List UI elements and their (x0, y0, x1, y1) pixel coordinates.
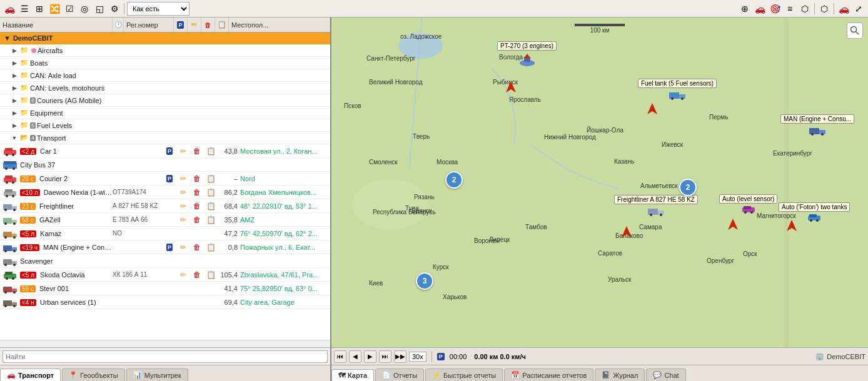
vehicle-row-car1[interactable]: <2 д Car 1 P ✏ 🗑 📋 43,8 Мостовая ул., 2,… (0, 144, 330, 158)
map-area[interactable]: 100 км Санкт-Петербург Вологда Великий Н… (331, 17, 868, 347)
veh-geo-skoda[interactable]: 📋 (204, 270, 218, 279)
veh-del-courier2[interactable]: 🗑 (190, 174, 204, 183)
horizontal-scrollbar[interactable] (0, 340, 330, 347)
veh-geo-daewoo[interactable]: 📋 (204, 188, 218, 197)
map-tool-2[interactable]: 🚗 (753, 2, 767, 16)
mode-select[interactable]: Как есть По времени По событиям (127, 2, 189, 16)
toolbar-icon-6[interactable]: ◎ (78, 2, 91, 16)
group-header[interactable]: ▼ DemoCEBIT (0, 32, 330, 44)
veh-del-daewoo[interactable]: 🗑 (190, 188, 204, 197)
veh-del-car1[interactable]: 🗑 (190, 147, 204, 156)
find-input[interactable] (3, 350, 328, 363)
map-tool-3[interactable]: 🎯 (768, 2, 782, 16)
svg-point-47 (13, 305, 16, 307)
cluster-3[interactable]: 3 (416, 272, 433, 290)
vehicle-row-daewoo[interactable]: <10 л Daewoo Nexia (1-wire... ОТ739А174 … (0, 186, 330, 199)
svg-point-46 (4, 305, 7, 307)
nav-play[interactable]: ▶▶ (394, 350, 406, 363)
toolbar-icon-3[interactable]: ⊞ (33, 2, 46, 16)
cluster-1[interactable]: 2 (445, 171, 463, 189)
veh-loc-courier2: Nord (240, 175, 330, 182)
folder-aircrafts[interactable]: ▶ 📁 Aircrafts (0, 44, 330, 57)
vehicle-row-bus37[interactable]: City Bus 37 (0, 158, 330, 172)
vehicle-row-man[interactable]: <19 ч MAN (Engine + Consu... P ✏ 🗑 📋 0,8… (0, 240, 330, 254)
map-tab-schedule[interactable]: 📅 Расписание отчетов (504, 369, 593, 381)
folder-boats[interactable]: ▶ 📁 Boats (0, 57, 330, 69)
map-tab-sched-icon: 📅 (511, 371, 520, 379)
veh-speed-courier2: – (218, 175, 240, 182)
folder-icon-aircrafts: 📁 (19, 46, 30, 54)
vehicle-name-stevr: 59 с Stevr 001 (20, 285, 113, 292)
nav-next[interactable]: ▶ (364, 350, 376, 363)
tab-geoobjects[interactable]: 📍 Геообъекты (62, 369, 124, 381)
map-tab-chat[interactable]: 💬 Chat (646, 369, 685, 381)
nav-prev[interactable]: ◀ (349, 350, 361, 363)
veh-del-skoda[interactable]: 🗑 (190, 270, 204, 279)
badge-1 (31, 48, 36, 53)
veh-edit-freightliner[interactable]: ✏ (176, 202, 190, 210)
veh-geo-courier2[interactable]: 📋 (204, 174, 218, 183)
tree-area: ▼ DemoCEBIT ▶ 📁 Aircrafts ▶ 📁 Boats ▶ 📁 … (0, 32, 330, 340)
folder-can-axle[interactable]: ▶ 📁 CAN: Axle load (0, 69, 330, 82)
cluster-2[interactable]: 2 (679, 179, 697, 196)
map-tab-quick-reports[interactable]: ⚡ Быстрые отчеты (425, 369, 503, 381)
badge-gazell: 58 с (20, 217, 36, 224)
veh-loc-stevr: 75° 25,82950' вд, 63° 0... (240, 285, 330, 292)
veh-loc-gazell: AMZ (240, 216, 330, 224)
map-tool-8[interactable]: ⤢ (852, 2, 865, 16)
map-search-button[interactable] (847, 22, 863, 39)
folder-transport[interactable]: ▼ 📂 4 Transport (0, 132, 330, 144)
veh-geo-car1[interactable]: 📋 (204, 147, 218, 156)
veh-geo-freightliner[interactable]: 📋 (204, 202, 218, 210)
toolbar-icon-5[interactable]: ☑ (63, 2, 76, 16)
toolbar-icon-4[interactable]: 🔀 (48, 2, 61, 16)
vehicle-row-courier2[interactable]: 26 с Courier 2 P ✏ 🗑 📋 – Nord (0, 172, 330, 186)
nav-last[interactable]: ⏭ (379, 350, 391, 363)
map-tab-map[interactable]: 🗺 Карта (331, 369, 374, 381)
toolbar-icon-2[interactable]: ☰ (18, 2, 31, 16)
toolbar-icon-7[interactable]: ◱ (93, 2, 106, 16)
veh-geo-gazell[interactable]: 📋 (204, 215, 218, 224)
veh-edit-courier2[interactable]: ✏ (176, 174, 190, 183)
map-tool-7[interactable]: 🚗 (837, 2, 850, 16)
veh-del-man[interactable]: 🗑 (190, 243, 204, 252)
folder-icon-fuel: 📁 (19, 121, 30, 129)
veh-edit-car1[interactable]: ✏ (176, 147, 190, 156)
map-tab-reports[interactable]: 📄 Отчеты (375, 369, 424, 381)
map-tool-4[interactable]: ≡ (783, 2, 797, 16)
folder-can-levels[interactable]: ▶ 📁 CAN: Levels, motohours (0, 82, 330, 94)
vehicle-row-stevr[interactable]: 59 с Stevr 001 41,4 75° 25,82950' вд, 63… (0, 282, 330, 295)
toolbar-icon-1[interactable]: 🚗 (3, 2, 16, 16)
playback-speed[interactable]: 30x (409, 352, 426, 362)
map-tool-1[interactable]: ⊕ (738, 2, 752, 16)
folder-fuel-levels[interactable]: ▶ 📁 5 Fuel Levels (0, 119, 330, 132)
veh-edit-skoda[interactable]: ✏ (176, 270, 190, 279)
toolbar-icon-8[interactable]: ⚙ (108, 2, 121, 16)
map-time: 00:00 (450, 353, 467, 360)
svg-rect-32 (3, 259, 12, 265)
tab-transport[interactable]: 🚗 Транспорт (0, 369, 61, 381)
veh-geo-man[interactable]: 📋 (204, 243, 218, 252)
vehicle-row-skoda[interactable]: <5 л Skoda Octavia ХК 186 А 11 ✏ 🗑 📋 105… (0, 268, 330, 282)
map-tool-5[interactable]: ⬡ (798, 2, 812, 16)
folder-equipment[interactable]: ▶ 📁 Equipment (0, 107, 330, 119)
map-tool-6[interactable]: ⬡ (817, 2, 831, 16)
vehicle-row-kamaz[interactable]: <5 л Kamaz NO 47,2 76° 42,50970' вд, 62°… (0, 227, 330, 240)
vehicle-row-gazell[interactable]: 58 с GAZell Е 783 АА 66 ✏ 🗑 📋 35,8 AMZ (0, 213, 330, 227)
tab-multitrack[interactable]: 📊 Мультитрек (126, 369, 188, 381)
vehicle-row-freightliner[interactable]: 23 с Freightliner А 827 НЕ 58 KZ ✏ 🗑 📋 6… (0, 199, 330, 213)
veh-edit-daewoo[interactable]: ✏ (176, 188, 190, 197)
foton-arrow (785, 219, 798, 234)
veh-edit-man[interactable]: ✏ (176, 243, 190, 252)
top-toolbar: 🚗 ☰ ⊞ 🔀 ☑ ◎ ◱ ⚙ Как есть По времени По с… (0, 0, 868, 17)
nav-first[interactable]: ⏮ (334, 350, 346, 363)
vehicle-row-scavenger[interactable]: Scavenger (0, 254, 330, 268)
veh-del-gazell[interactable]: 🗑 (190, 215, 204, 224)
map-tab-journal[interactable]: 📓 Журнал (595, 369, 645, 381)
map-vehicle-fueltank: Fuel tank (5 Fuel sensors) (638, 79, 717, 102)
vehicle-row-urban[interactable]: <4 н Urban services (1) 69,4 City area, … (0, 295, 330, 309)
vehicle-icon-gazell (0, 215, 20, 225)
veh-edit-gazell[interactable]: ✏ (176, 215, 190, 224)
folder-couriers[interactable]: ▶ 📁 8 Couriers (AG Mobile) (0, 94, 330, 107)
veh-del-freightliner[interactable]: 🗑 (190, 202, 204, 210)
